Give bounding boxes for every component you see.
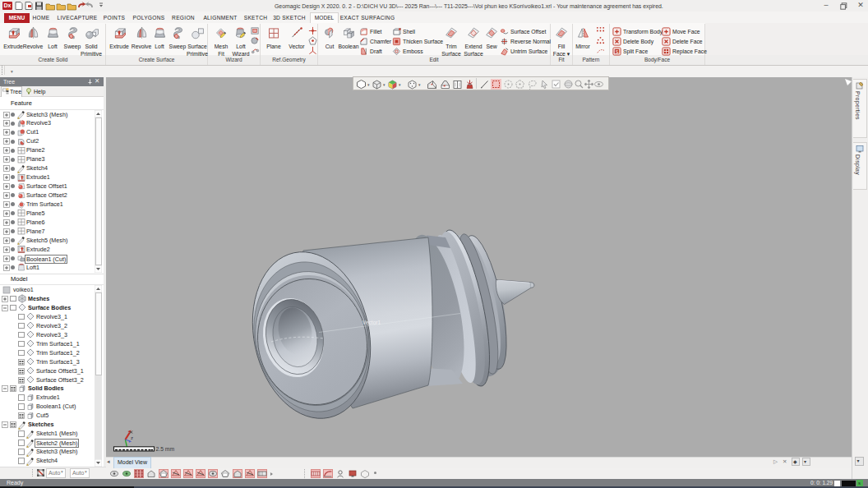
svg-text:z: z [131,435,133,440]
svg-text:S: S [616,49,619,54]
svg-text:2.5 mm: 2.5 mm [156,446,175,452]
